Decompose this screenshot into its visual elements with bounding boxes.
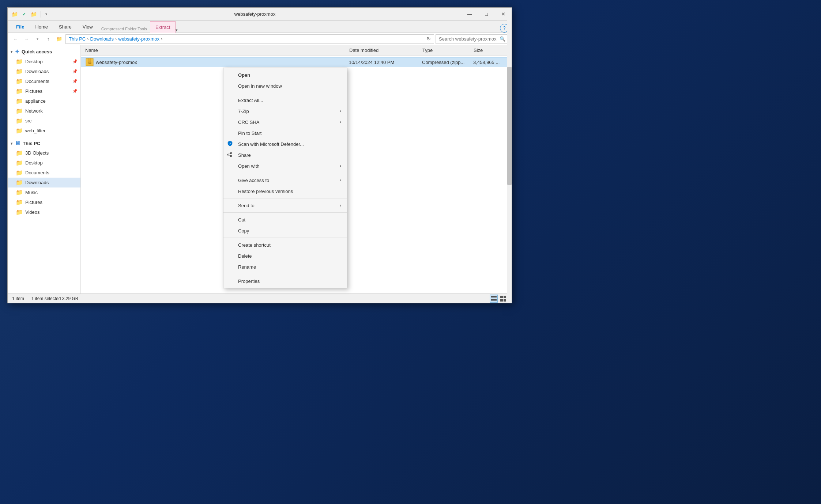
tab-share[interactable]: Share (53, 21, 77, 33)
col-header-type[interactable]: Type (421, 48, 472, 53)
svg-text:✓: ✓ (229, 142, 231, 145)
status-bar: 1 item 1 item selected 3.29 GB (8, 293, 512, 303)
folder-icon-pictures-pc: 📁 (16, 199, 23, 206)
sidebar-item-downloads-quick[interactable]: 📁 Downloads 📌 (8, 67, 80, 76)
ctx-open-with[interactable]: Open with › (223, 160, 347, 171)
sidebar-item-music[interactable]: 📁 Music (8, 187, 80, 197)
quick-access-expand-icon: ▾ (11, 50, 12, 54)
ctx-scan-defender-label: Scan with Microsoft Defender... (238, 141, 304, 147)
ctx-give-access[interactable]: Give access to › (223, 175, 347, 186)
ctx-extract-all-label: Extract All... (238, 98, 263, 103)
zip-file-icon: ZIP (86, 58, 94, 66)
view-details-button[interactable] (499, 295, 507, 303)
back-button[interactable]: ← (11, 34, 20, 44)
ctx-extract-all[interactable]: Extract All... (223, 95, 347, 106)
tab-view[interactable]: View (77, 21, 98, 33)
ctx-delete[interactable]: Delete (223, 250, 347, 261)
qat-folder2-icon[interactable]: 📁 (30, 10, 38, 18)
col-header-name[interactable]: Name (84, 48, 348, 53)
maximize-button[interactable]: □ (478, 8, 495, 21)
ctx-pin-to-start[interactable]: Pin to Start (223, 128, 347, 139)
search-icon[interactable]: 🔍 (500, 36, 505, 42)
search-input[interactable] (439, 36, 500, 42)
sidebar-item-network[interactable]: 📁 Network (8, 106, 80, 116)
qat: 📁 ✔ 📁 ▾ (11, 10, 49, 18)
ctx-cut[interactable]: Cut (223, 214, 347, 225)
ctx-scan-defender[interactable]: ✓ Scan with Microsoft Defender... (223, 139, 347, 149)
sidebar-item-3d-objects[interactable]: 📁 3D Objects (8, 148, 80, 158)
sidebar-item-downloads-pc[interactable]: 📁 Downloads (8, 178, 80, 187)
ctx-7zip[interactable]: 7-Zip › (223, 106, 347, 117)
ribbon: File Home Share View Compressed Folder T… (8, 21, 512, 33)
breadcrumb-thispc[interactable]: This PC (69, 36, 86, 42)
sidebar-item-pictures-quick[interactable]: 📁 Pictures 📌 (8, 86, 80, 96)
col-header-date[interactable]: Date modified (348, 48, 421, 53)
ctx-delete-label: Delete (238, 253, 252, 259)
file-cell-date: 10/14/2024 12:40 PM (347, 60, 421, 65)
col-header-size[interactable]: Size (472, 48, 509, 53)
sidebar-item-pictures-pc[interactable]: 📁 Pictures (8, 197, 80, 207)
ctx-rename[interactable]: Rename (223, 261, 347, 272)
ctx-create-shortcut[interactable]: Create shortcut (223, 239, 347, 250)
file-cell-type: Compressed (zipp... (421, 60, 472, 65)
ctx-sep-3 (223, 198, 347, 198)
ctx-copy[interactable]: Copy (223, 225, 347, 236)
ctx-sep-5 (223, 238, 347, 238)
sidebar-item-label: web_filter (25, 128, 46, 133)
sidebar-section-this-pc[interactable]: ▾ 🖥 This PC (8, 139, 80, 148)
ctx-send-to-arrow: › (340, 203, 341, 208)
sidebar-item-label: Videos (25, 209, 40, 215)
qat-dropdown[interactable]: ▾ (44, 12, 49, 16)
svg-point-12 (230, 152, 232, 154)
ctx-open[interactable]: Open (223, 69, 347, 80)
window-title: websafety-proxmox (49, 11, 461, 17)
sidebar-item-appliance[interactable]: 📁 appliance (8, 96, 80, 106)
ctx-share[interactable]: Share (223, 149, 347, 160)
up-button[interactable]: ↑ (44, 34, 53, 44)
qat-separator (41, 11, 41, 18)
ctx-restore-prev[interactable]: Restore previous versions (223, 186, 347, 197)
refresh-button[interactable]: ↻ (427, 36, 431, 42)
folder-icon-downloads-pc: 📁 (16, 179, 23, 186)
sidebar-section-quick-access[interactable]: ▾ ✦ Quick access (8, 47, 80, 57)
breadcrumb-websafety[interactable]: websafety-proxmox (118, 36, 159, 42)
ctx-properties[interactable]: Properties (223, 276, 347, 287)
this-pc-icon: 🖥 (15, 140, 20, 147)
sidebar-item-documents-pc[interactable]: 📁 Documents (8, 168, 80, 178)
ctx-share-label: Share (238, 152, 251, 158)
sidebar-item-desktop-pc[interactable]: 📁 Desktop (8, 158, 80, 168)
up-dropdown-button[interactable]: ▾ (33, 34, 42, 44)
sidebar-item-label: Desktop (25, 160, 43, 166)
view-list-button[interactable] (490, 295, 498, 303)
breadcrumb-downloads[interactable]: Downloads (90, 36, 114, 42)
file-row[interactable]: ZIP websafety-proxmox 10/14/2024 12:40 P… (81, 57, 512, 67)
qat-check-icon[interactable]: ✔ (20, 10, 28, 18)
address-bar[interactable]: This PC › Downloads › websafety-proxmox … (65, 34, 434, 44)
search-box[interactable]: 🔍 (436, 34, 509, 44)
folder-icon-music: 📁 (16, 189, 23, 196)
sidebar-item-label: 3D Objects (25, 150, 49, 156)
sidebar-item-label: Music (25, 190, 38, 195)
qat-folder-icon[interactable]: 📁 (11, 10, 19, 18)
tab-file[interactable]: File (11, 21, 30, 33)
ctx-send-to[interactable]: Send to › (223, 200, 347, 211)
minimize-button[interactable]: — (461, 8, 478, 21)
tab-extract[interactable]: Extract (150, 21, 176, 33)
ctx-cut-label: Cut (238, 217, 245, 223)
sidebar-item-web-filter[interactable]: 📁 web_filter (8, 126, 80, 136)
ctx-sep-4 (223, 212, 347, 213)
breadcrumb-sep1: › (87, 36, 88, 42)
folder-icon-nav: 📁 (54, 34, 64, 44)
sidebar-item-videos[interactable]: 📁 Videos (8, 207, 80, 217)
ctx-open-new-window[interactable]: Open in new window (223, 80, 347, 91)
ctx-crc-sha[interactable]: CRC SHA › (223, 117, 347, 128)
sidebar-item-documents-quick[interactable]: 📁 Documents 📌 (8, 76, 80, 86)
folder-icon-network: 📁 (16, 107, 23, 114)
sidebar-item-src[interactable]: 📁 src (8, 116, 80, 126)
items-count: 1 item (12, 296, 24, 301)
tab-home[interactable]: Home (30, 21, 53, 33)
this-pc-label: This PC (23, 141, 40, 146)
forward-button[interactable]: → (22, 34, 31, 44)
ribbon-collapse-chevron[interactable]: ▾ (176, 28, 178, 33)
sidebar-item-desktop-quick[interactable]: 📁 Desktop 📌 (8, 57, 80, 67)
